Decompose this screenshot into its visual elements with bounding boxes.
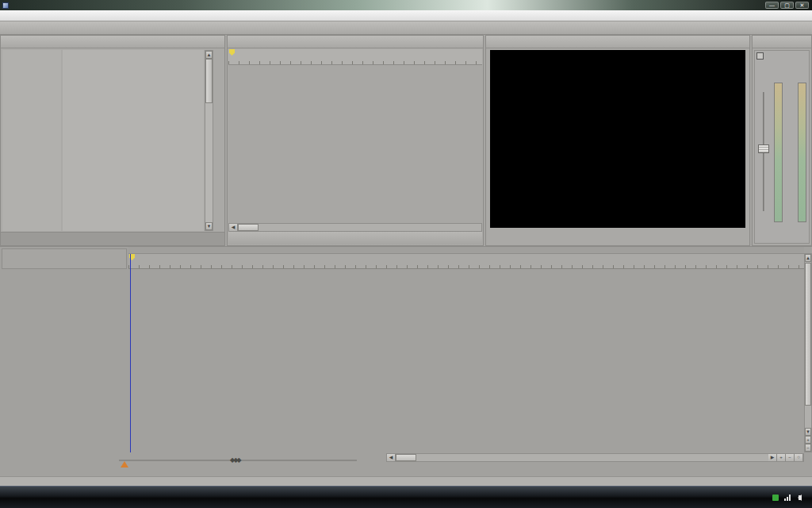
bus-toolbar xyxy=(753,36,811,48)
tray-icon-green[interactable] xyxy=(772,495,779,501)
project-media-toolbar xyxy=(1,36,224,48)
zoom-tool-button[interactable]: ○ xyxy=(795,454,803,461)
volume-icon[interactable] xyxy=(795,495,802,501)
main-transport-bar xyxy=(386,463,804,476)
title-bar: — ▢ ✕ xyxy=(0,0,812,10)
timeline-hscrollbar[interactable]: ◀ ▶ + − ○ xyxy=(386,453,804,462)
timeline-ruler-ticks xyxy=(128,265,804,268)
master-fader-groove[interactable] xyxy=(763,92,764,211)
media-bin-tree xyxy=(2,50,61,231)
scrollbar-thumb[interactable] xyxy=(396,454,416,461)
media-thumbnail-grid xyxy=(63,50,204,231)
warning-icon[interactable] xyxy=(121,461,128,468)
scroll-down-arrow[interactable]: ▼ xyxy=(805,428,811,436)
scroll-down-arrow[interactable]: ▼ xyxy=(205,222,213,230)
scrollbar-thumb[interactable] xyxy=(238,224,259,231)
master-bus-panel xyxy=(752,35,812,246)
meter-left xyxy=(774,83,783,222)
close-button[interactable]: ✕ xyxy=(795,2,809,9)
project-media-panel: ▲ ▼ xyxy=(0,35,225,246)
system-tray xyxy=(772,495,812,501)
trimmer-ruler[interactable] xyxy=(228,49,482,65)
window-buttons: — ▢ ✕ xyxy=(765,2,812,9)
maximize-button[interactable]: ▢ xyxy=(780,2,794,9)
master-bus-buttons xyxy=(755,61,809,63)
trimmer-panel: ◀ xyxy=(227,35,484,246)
video-preview-panel xyxy=(485,35,750,246)
timeline-section: ▲ ▼ + − ◀ ▶ + − ○ ◆◆◆ xyxy=(0,246,812,476)
meter-scale xyxy=(783,83,798,222)
timeline-ruler[interactable] xyxy=(128,247,804,269)
timeline-vscrollbar[interactable]: ▲ ▼ + − xyxy=(804,253,812,452)
master-bus-strip xyxy=(754,50,810,244)
preview-toolbar xyxy=(486,36,749,48)
preview-status-info xyxy=(487,229,749,244)
marker-bar[interactable] xyxy=(128,247,804,254)
trimmer-transport xyxy=(228,232,482,244)
zoom-in-vertical-button[interactable]: + xyxy=(805,436,811,444)
scrollbar-thumb[interactable] xyxy=(205,59,213,103)
zoom-out-button[interactable]: − xyxy=(786,454,795,461)
rate-slider-groove[interactable]: ◆◆◆ xyxy=(119,460,357,461)
window-docking-tabs xyxy=(1,232,224,245)
master-fader-thumb[interactable] xyxy=(758,144,769,153)
windows-taskbar xyxy=(0,486,812,508)
menu-bar xyxy=(0,10,812,21)
video-preview-display xyxy=(490,50,745,228)
edit-cursor xyxy=(130,254,131,452)
current-time-display[interactable] xyxy=(2,248,127,269)
scroll-up-arrow[interactable]: ▲ xyxy=(205,51,213,59)
bus-select-box[interactable] xyxy=(756,52,764,60)
rate-control-row: ◆◆◆ xyxy=(0,453,386,477)
master-meters xyxy=(774,83,806,222)
scrollbar-thumb[interactable] xyxy=(805,263,811,406)
track-header-column xyxy=(0,269,127,452)
rate-slider-thumb[interactable]: ◆◆◆ xyxy=(230,456,239,464)
scroll-left-arrow[interactable]: ◀ xyxy=(229,224,238,231)
minimize-button[interactable]: — xyxy=(765,2,779,9)
scroll-right-arrow[interactable]: ▶ xyxy=(768,454,777,461)
scroll-left-arrow[interactable]: ◀ xyxy=(387,454,396,461)
scroll-up-arrow[interactable]: ▲ xyxy=(805,254,811,262)
timeline-lane-area xyxy=(128,247,804,452)
meter-right xyxy=(798,83,806,222)
media-scrollbar[interactable]: ▲ ▼ xyxy=(205,50,213,231)
trimmer-workspace[interactable] xyxy=(228,65,482,223)
trimmer-ruler-ticks xyxy=(228,61,482,64)
trimmer-cursor-marker[interactable] xyxy=(229,49,235,56)
app-icon xyxy=(2,2,9,9)
zoom-out-vertical-button[interactable]: − xyxy=(805,444,811,452)
network-icon[interactable] xyxy=(789,495,791,501)
trimmer-hscrollbar[interactable]: ◀ xyxy=(228,223,482,232)
master-bus-header xyxy=(755,51,809,61)
trimmer-toolbar xyxy=(228,36,483,48)
main-toolbar xyxy=(0,21,812,35)
zoom-in-button[interactable]: + xyxy=(777,454,786,461)
status-bar xyxy=(0,476,812,486)
